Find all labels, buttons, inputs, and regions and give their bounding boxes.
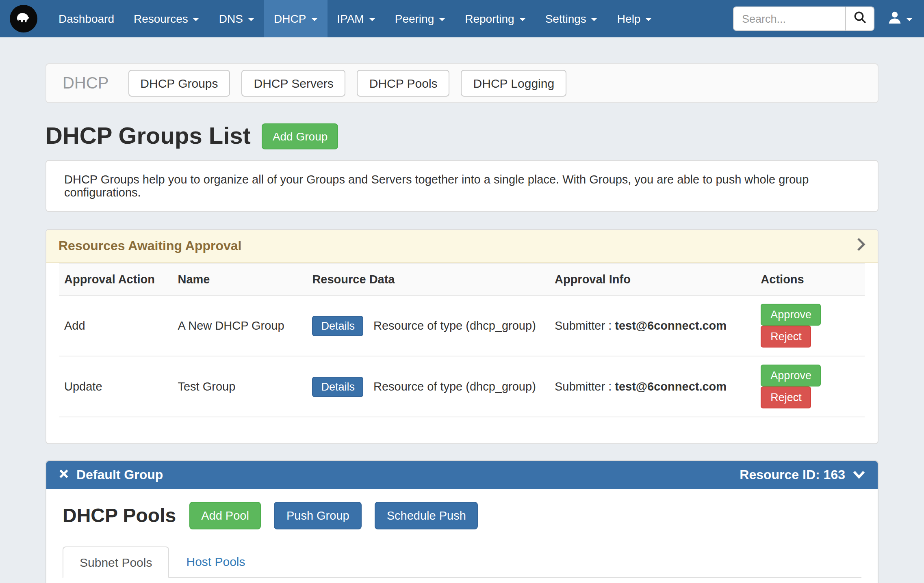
approval-info-cell: Submitter : test@6connect.com (550, 295, 756, 356)
chevron-down-icon (519, 18, 526, 21)
approval-row: Update Test Group Details Resource of ty… (59, 356, 865, 417)
approval-row: Add A New DHCP Group Details Resource of… (59, 295, 865, 356)
nav-label: IPAM (337, 12, 364, 25)
pools-title: DHCP Pools (63, 504, 176, 527)
dhcp-subnav: DHCP DHCP Groups DHCP Servers DHCP Pools… (46, 63, 878, 103)
pools-table: 12 Pool Name Last Modified Subnet Range … (63, 578, 861, 583)
resource-id-label: Resource ID: 163 (740, 468, 845, 482)
approval-actions-cell: Approve Reject (756, 295, 865, 356)
details-button[interactable]: Details (312, 315, 364, 336)
nav-dhcp[interactable]: DHCP (264, 0, 327, 37)
approval-actions-cell: Approve Reject (756, 356, 865, 417)
nav-label: DNS (219, 12, 243, 25)
nav-label: Settings (545, 12, 586, 25)
approval-panel: Resources Awaiting Approval Approval Act… (46, 229, 878, 444)
nav-peering[interactable]: Peering (385, 0, 455, 37)
description-text: DHCP Groups help you to organize all of … (64, 173, 809, 199)
col-subnet: Subnet (435, 578, 544, 583)
search-icon (853, 11, 867, 27)
approval-table: Approval Action Name Resource Data Appro… (59, 263, 865, 417)
user-icon (887, 11, 902, 27)
chevron-down-icon (248, 18, 254, 21)
push-group-button[interactable]: Push Group (274, 502, 362, 529)
col-range-min: Range Min (544, 578, 645, 583)
reject-button[interactable]: Reject (761, 387, 811, 408)
chevron-down-icon (591, 18, 598, 21)
nav-label: Resources (134, 12, 188, 25)
main-menu: Dashboard Resources DNS DHCP IPAM Peerin… (49, 0, 662, 37)
chevron-down-icon (439, 18, 445, 21)
pools-tabs: Subnet Pools Host Pools (63, 546, 861, 578)
group-panel-heading: Default Group Resource ID: 163 (46, 461, 878, 489)
approve-button[interactable]: Approve (761, 365, 821, 387)
nav-label: Reporting (465, 12, 514, 25)
tab-host-pools[interactable]: Host Pools (169, 546, 262, 577)
chevron-down-icon (193, 18, 200, 21)
col-actions: Actions (750, 578, 861, 583)
page-title: DHCP Groups List (46, 123, 251, 149)
col-approval-action: Approval Action (59, 263, 173, 295)
col-name: Name (173, 263, 307, 295)
col-approval-info: Approval Info (550, 263, 756, 295)
pools-heading-row: DHCP Pools Add Pool Push Group Schedule … (63, 502, 861, 529)
tab-subnet-pools[interactable]: Subnet Pools (63, 546, 169, 578)
chevron-right-icon[interactable] (857, 237, 865, 255)
chevron-down-icon (369, 18, 375, 21)
col-pool-name[interactable]: 12 Pool Name (63, 578, 275, 583)
page-title-row: DHCP Groups List Add Group (46, 123, 878, 149)
nav-label: Help (617, 12, 641, 25)
approval-name-cell: Test Group (173, 356, 307, 417)
approval-name-cell: A New DHCP Group (173, 295, 307, 356)
nav-help[interactable]: Help (607, 0, 662, 37)
brand-logo[interactable] (10, 5, 37, 32)
approval-panel-title: Resources Awaiting Approval (59, 239, 242, 253)
group-panel-title: Default Group (76, 468, 163, 482)
col-resource-data: Resource Data (307, 263, 550, 295)
nav-resources[interactable]: Resources (124, 0, 209, 37)
approval-resource-cell: Details Resource of type (dhcp_group) (307, 356, 550, 417)
description-box: DHCP Groups help you to organize all of … (46, 160, 878, 212)
col-range-max: Range Max (645, 578, 750, 583)
approval-action-cell: Add (59, 295, 173, 356)
add-group-button[interactable]: Add Group (262, 123, 338, 149)
reject-button[interactable]: Reject (761, 326, 811, 348)
approval-resource-cell: Details Resource of type (dhcp_group) (307, 295, 550, 356)
top-navbar: Dashboard Resources DNS DHCP IPAM Peerin… (0, 0, 924, 37)
page: Dashboard Resources DNS DHCP IPAM Peerin… (0, 0, 924, 583)
close-icon[interactable] (59, 468, 69, 482)
default-group-panel: Default Group Resource ID: 163 DHCP Pool… (46, 460, 878, 583)
chevron-down-icon[interactable] (852, 468, 865, 482)
col-last-modified[interactable]: Last Modified (275, 578, 435, 583)
chevron-down-icon (311, 18, 317, 21)
search-button[interactable] (845, 6, 874, 31)
dhcp-logging-button[interactable]: DHCP Logging (461, 70, 567, 97)
submitter-label: Submitter : (555, 380, 612, 393)
user-menu[interactable] (887, 11, 913, 27)
resource-type-text: Resource of type (dhcp_group) (373, 319, 536, 332)
nav-label: Peering (395, 12, 434, 25)
section-title: DHCP (63, 74, 108, 93)
resource-type-text: Resource of type (dhcp_group) (373, 380, 536, 393)
details-button[interactable]: Details (312, 376, 364, 397)
nav-label: DHCP (274, 12, 306, 25)
nav-ipam[interactable]: IPAM (327, 0, 385, 37)
pools-header-row: 12 Pool Name Last Modified Subnet Range … (63, 578, 861, 583)
nav-dns[interactable]: DNS (209, 0, 264, 37)
approval-action-cell: Update (59, 356, 173, 417)
dhcp-servers-button[interactable]: DHCP Servers (242, 70, 346, 97)
add-pool-button[interactable]: Add Pool (189, 502, 261, 529)
chevron-down-icon (645, 18, 652, 21)
approve-button[interactable]: Approve (761, 304, 821, 326)
approval-panel-body: Approval Action Name Resource Data Appro… (46, 263, 878, 443)
nav-reporting[interactable]: Reporting (455, 0, 535, 37)
mammoth-icon (15, 9, 33, 29)
search-input[interactable] (733, 6, 845, 31)
schedule-push-button[interactable]: Schedule Push (375, 502, 478, 529)
group-panel-body: DHCP Pools Add Pool Push Group Schedule … (46, 489, 878, 583)
dhcp-groups-button[interactable]: DHCP Groups (128, 70, 230, 97)
approval-panel-heading[interactable]: Resources Awaiting Approval (46, 230, 878, 263)
dhcp-pools-button[interactable]: DHCP Pools (357, 70, 450, 97)
nav-dashboard[interactable]: Dashboard (49, 0, 124, 37)
nav-settings[interactable]: Settings (536, 0, 607, 37)
submitter-email: test@6connect.com (615, 380, 727, 393)
